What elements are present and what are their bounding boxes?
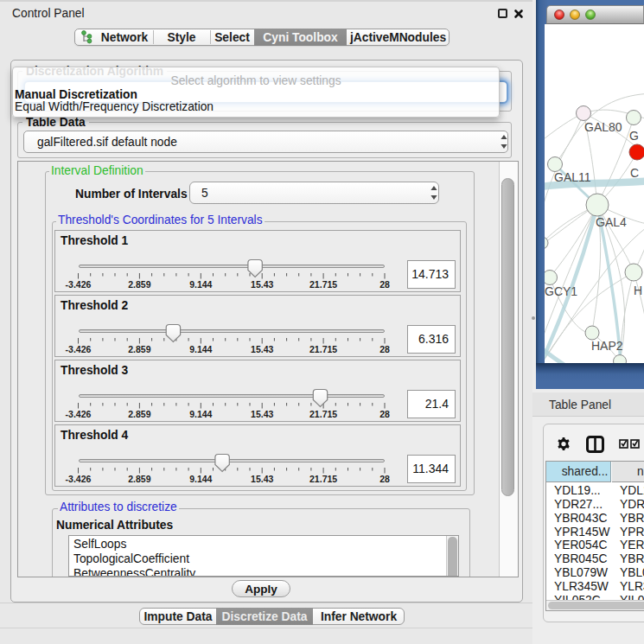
svg-text:GAL11: GAL11 bbox=[554, 170, 591, 184]
svg-text:G: G bbox=[629, 129, 639, 143]
svg-text:C: C bbox=[630, 166, 639, 180]
svg-text:GCY1: GCY1 bbox=[545, 284, 577, 298]
svg-text:GAL4: GAL4 bbox=[596, 215, 627, 229]
svg-text:HAP2: HAP2 bbox=[591, 339, 623, 353]
svg-text:GAL80: GAL80 bbox=[584, 120, 622, 134]
svg-text:H: H bbox=[634, 284, 642, 297]
